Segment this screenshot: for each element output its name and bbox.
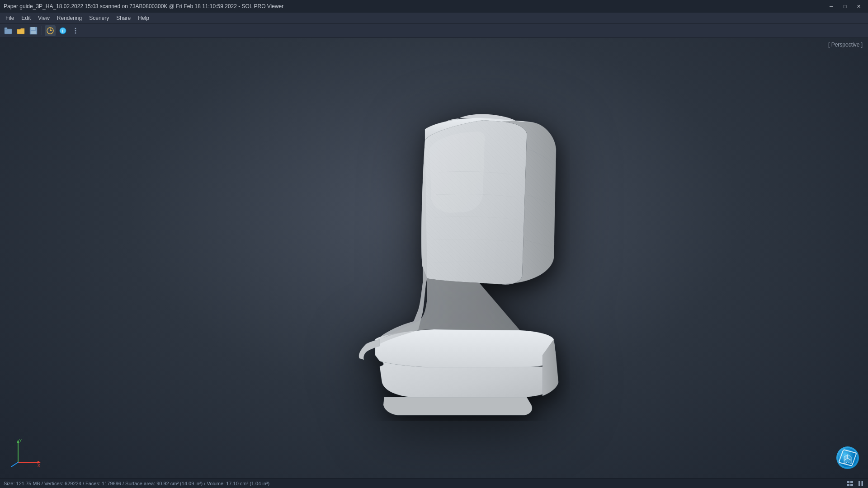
toolbar: i <box>0 23 868 38</box>
menu-rendering[interactable]: Rendering <box>53 14 85 22</box>
nav-cube[interactable] <box>836 446 859 469</box>
pause-icon[interactable] <box>857 480 864 487</box>
svg-point-11 <box>75 28 76 29</box>
svg-point-12 <box>75 30 76 31</box>
title-bar-controls: ─ □ ✕ <box>826 2 864 10</box>
svg-point-22 <box>838 448 857 467</box>
open-file-button[interactable] <box>3 25 14 36</box>
info-button[interactable]: i <box>57 25 68 36</box>
status-bar-right <box>846 480 864 487</box>
svg-point-8 <box>50 30 51 31</box>
status-info: Size: 121.75 MB / Vertices: 629224 / Fac… <box>4 481 269 486</box>
svg-rect-4 <box>31 31 36 34</box>
menu-bar: File Edit View Rendering Scenery Share H… <box>0 13 868 23</box>
svg-line-20 <box>11 462 18 467</box>
viewport[interactable]: [ Perspective ] <box>0 38 868 478</box>
menu-share[interactable]: Share <box>113 14 134 22</box>
svg-text:i: i <box>62 28 64 33</box>
model-container <box>0 38 868 478</box>
svg-rect-1 <box>5 28 7 29</box>
svg-rect-23 <box>847 481 849 483</box>
open-folder-button[interactable] <box>15 25 26 36</box>
svg-rect-3 <box>31 27 35 30</box>
app-title: Paper guide_3P_HA_18.02.2022 15:03 scann… <box>4 3 283 9</box>
save-button[interactable] <box>28 25 39 36</box>
svg-rect-24 <box>850 481 853 483</box>
grid-view-icon[interactable] <box>846 480 854 487</box>
svg-text:X: X <box>38 463 40 468</box>
menu-view[interactable]: View <box>34 14 53 22</box>
status-bar: Size: 121.75 MB / Vertices: 629224 / Fac… <box>0 478 868 488</box>
menu-file[interactable]: File <box>2 14 18 22</box>
close-button[interactable]: ✕ <box>853 2 864 10</box>
menu-help[interactable]: Help <box>134 14 153 22</box>
menu-edit[interactable]: Edit <box>18 14 34 22</box>
svg-rect-0 <box>5 29 12 34</box>
svg-point-13 <box>75 32 76 33</box>
svg-rect-28 <box>862 481 863 486</box>
axis-indicator: Y X <box>9 437 36 465</box>
svg-rect-25 <box>847 484 849 486</box>
restore-button[interactable]: □ <box>839 2 851 10</box>
toolbar-separator-1 <box>42 26 42 35</box>
3d-model-svg <box>298 95 570 421</box>
title-bar: Paper guide_3P_HA_18.02.2022 15:03 scann… <box>0 0 868 13</box>
minimize-button[interactable]: ─ <box>826 2 837 10</box>
svg-rect-27 <box>859 481 860 486</box>
svg-text:Y: Y <box>19 438 22 443</box>
svg-rect-26 <box>850 484 853 486</box>
extra-button[interactable] <box>70 25 81 36</box>
title-bar-left: Paper guide_3P_HA_18.02.2022 15:03 scann… <box>4 3 283 9</box>
menu-scenery[interactable]: Scenery <box>85 14 113 22</box>
measure-button[interactable] <box>45 25 56 36</box>
